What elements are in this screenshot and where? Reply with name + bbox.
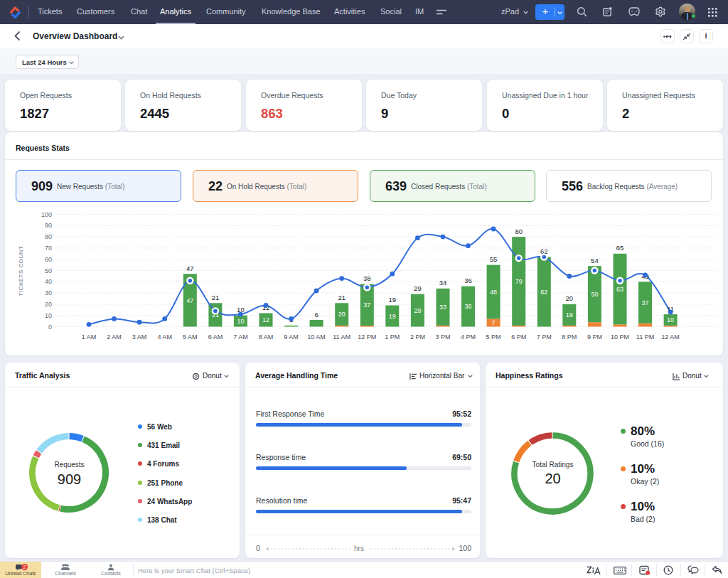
svg-text:5 AM: 5 AM	[183, 333, 198, 341]
svg-text:37: 37	[363, 301, 370, 309]
svg-text:34: 34	[439, 279, 447, 287]
svg-text:40: 40	[45, 278, 52, 285]
svg-text:62: 62	[540, 289, 547, 296]
svg-text:9 PM: 9 PM	[587, 333, 602, 341]
svg-text:7 AM: 7 AM	[233, 333, 248, 341]
svg-text:50: 50	[45, 267, 52, 274]
svg-text:47: 47	[186, 297, 193, 304]
svg-text:30: 30	[45, 289, 52, 296]
svg-text:4 PM: 4 PM	[461, 333, 476, 341]
svg-text:65: 65	[616, 244, 624, 252]
svg-text:80: 80	[45, 233, 52, 240]
svg-text:TICKETS COUNT: TICKETS COUNT	[18, 246, 24, 296]
svg-text:6 PM: 6 PM	[511, 333, 526, 341]
svg-text:4 AM: 4 AM	[157, 333, 172, 341]
svg-text:80: 80	[515, 228, 523, 235]
svg-text:54: 54	[591, 257, 599, 264]
svg-text:8 PM: 8 PM	[562, 333, 577, 341]
svg-text:29: 29	[414, 307, 421, 314]
svg-text:2 AM: 2 AM	[107, 333, 122, 341]
svg-text:70: 70	[45, 245, 52, 252]
svg-text:47: 47	[186, 264, 194, 272]
svg-text:6: 6	[314, 311, 318, 319]
svg-text:90: 90	[45, 222, 52, 229]
svg-text:21: 21	[212, 294, 220, 301]
svg-text:19: 19	[389, 296, 397, 304]
svg-text:8 AM: 8 AM	[259, 333, 274, 341]
svg-text:1 AM: 1 AM	[82, 333, 97, 341]
svg-text:10: 10	[667, 316, 674, 323]
svg-text:9 AM: 9 AM	[284, 333, 299, 341]
svg-text:50: 50	[591, 291, 598, 298]
svg-text:20: 20	[566, 294, 574, 302]
svg-text:19: 19	[389, 313, 396, 320]
svg-text:20: 20	[45, 301, 52, 308]
svg-text:37: 37	[641, 299, 648, 306]
svg-text:55: 55	[490, 255, 498, 263]
svg-text:29: 29	[414, 284, 422, 292]
svg-text:12: 12	[262, 316, 269, 323]
svg-text:33: 33	[439, 304, 446, 311]
svg-text:36: 36	[464, 303, 471, 310]
svg-text:11 PM: 11 PM	[636, 333, 654, 341]
svg-text:79: 79	[515, 278, 523, 285]
svg-text:20: 20	[338, 311, 346, 318]
svg-text:38: 38	[363, 274, 371, 282]
svg-text:21: 21	[338, 294, 346, 301]
svg-text:10 PM: 10 PM	[611, 333, 629, 341]
svg-text:10: 10	[237, 318, 244, 325]
svg-text:6 AM: 6 AM	[208, 333, 223, 341]
svg-text:5 PM: 5 PM	[486, 333, 501, 341]
svg-text:63: 63	[616, 286, 623, 293]
svg-text:7 PM: 7 PM	[537, 333, 552, 341]
svg-text:60: 60	[45, 256, 52, 263]
svg-text:0: 0	[48, 323, 52, 331]
svg-text:12 AM: 12 AM	[661, 333, 680, 341]
svg-text:3 PM: 3 PM	[435, 333, 450, 341]
svg-text:3 AM: 3 AM	[132, 333, 147, 341]
svg-text:100: 100	[41, 211, 52, 218]
svg-text:7: 7	[492, 319, 496, 326]
svg-text:12 PM: 12 PM	[358, 333, 376, 341]
svg-text:1 PM: 1 PM	[385, 333, 400, 341]
svg-text:10 AM: 10 AM	[307, 333, 326, 341]
svg-text:19: 19	[566, 311, 573, 319]
svg-text:2 PM: 2 PM	[410, 333, 425, 341]
svg-text:10: 10	[45, 312, 52, 319]
svg-text:11 AM: 11 AM	[333, 333, 350, 341]
svg-text:48: 48	[490, 289, 497, 296]
svg-text:36: 36	[464, 277, 472, 284]
